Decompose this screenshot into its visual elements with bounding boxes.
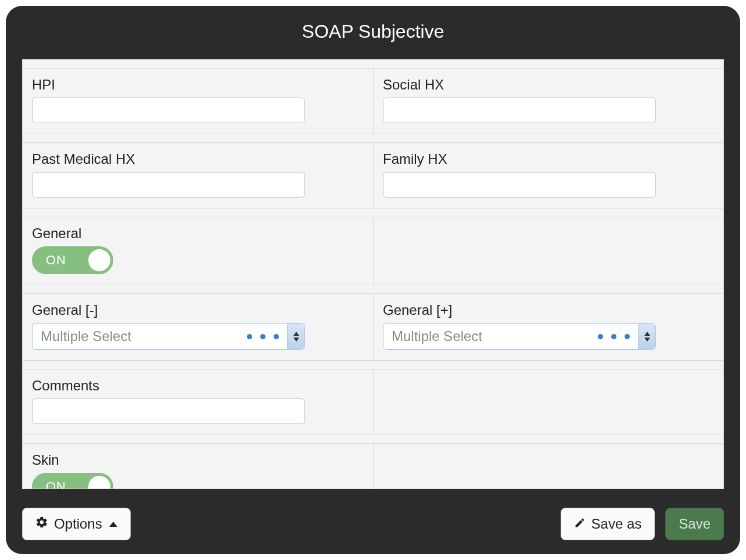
save-as-button[interactable]: Save as xyxy=(561,508,655,540)
input-family-hx[interactable] xyxy=(383,172,656,198)
cell-comments: Comments xyxy=(23,369,373,435)
row-hpi-socialhx: HPI Social HX xyxy=(23,68,723,134)
cell-past-medical-hx: Past Medical HX xyxy=(23,143,373,208)
toggle-skin[interactable]: ON xyxy=(32,473,113,489)
label-general-pos: General [+] xyxy=(383,302,714,318)
input-past-medical-hx[interactable] xyxy=(32,172,305,198)
input-social-hx[interactable] xyxy=(383,98,656,123)
label-hpi: HPI xyxy=(32,77,364,93)
row-general-selects: General [-] Multiple Select xyxy=(23,293,723,361)
label-comments: Comments xyxy=(32,378,364,394)
stepper-icon[interactable] xyxy=(638,324,655,349)
save-as-button-label: Save as xyxy=(591,516,642,532)
cell-general-pos: General [+] Multiple Select xyxy=(373,294,723,360)
window-title: SOAP Subjective xyxy=(302,21,444,42)
cell-empty-3 xyxy=(373,444,723,489)
input-hpi[interactable] xyxy=(32,98,305,123)
save-button-label: Save xyxy=(679,516,711,532)
row-pmhx-familyhx: Past Medical HX Family HX xyxy=(23,142,723,209)
scroll-region[interactable]: HPI Social HX Past Medical HX Family HX xyxy=(23,60,723,489)
label-past-medical-hx: Past Medical HX xyxy=(32,151,364,167)
label-family-hx: Family HX xyxy=(383,151,714,167)
toggle-skin-state: ON xyxy=(46,479,66,489)
caret-up-icon xyxy=(109,522,117,527)
cell-general-neg: General [-] Multiple Select xyxy=(23,294,373,360)
options-button[interactable]: Options xyxy=(22,508,131,540)
toggle-general[interactable]: ON xyxy=(32,246,113,274)
save-button[interactable]: Save xyxy=(665,508,724,540)
options-button-label: Options xyxy=(54,516,102,532)
label-skin: Skin xyxy=(32,452,364,468)
dots-indicator-icon xyxy=(598,334,630,339)
cell-empty-1 xyxy=(373,217,723,285)
content-area: HPI Social HX Past Medical HX Family HX xyxy=(22,59,724,489)
gear-icon xyxy=(35,516,48,532)
cell-hpi: HPI xyxy=(23,69,373,134)
cell-empty-2 xyxy=(373,369,723,435)
row-general-toggle: General ON xyxy=(23,217,723,285)
multiselect-general-neg-placeholder: Multiple Select xyxy=(41,328,131,344)
cell-general-toggle: General ON xyxy=(23,217,373,285)
stepper-icon[interactable] xyxy=(287,324,304,349)
pencil-icon xyxy=(574,516,586,532)
footer-right-buttons: Save as Save xyxy=(561,508,724,540)
toggle-general-state: ON xyxy=(46,253,66,268)
cell-skin-toggle: Skin ON xyxy=(23,444,373,489)
cell-family-hx: Family HX xyxy=(373,143,723,208)
row-comments: Comments xyxy=(23,369,723,435)
titlebar: SOAP Subjective xyxy=(6,6,740,57)
label-general-neg: General [-] xyxy=(32,302,364,318)
input-comments[interactable] xyxy=(32,399,305,424)
row-skin-toggle: Skin ON xyxy=(23,443,723,489)
footer: Options Save as Save xyxy=(22,504,724,544)
label-social-hx: Social HX xyxy=(383,77,714,93)
label-general: General xyxy=(32,225,364,242)
multiselect-general-pos-placeholder: Multiple Select xyxy=(392,328,482,344)
soap-subjective-window: SOAP Subjective HPI Social HX Past Med xyxy=(6,6,740,554)
toggle-knob-icon xyxy=(88,476,110,489)
dots-indicator-icon xyxy=(247,334,279,339)
multiselect-general-pos[interactable]: Multiple Select xyxy=(383,323,656,350)
toggle-knob-icon xyxy=(88,249,110,271)
cell-social-hx: Social HX xyxy=(373,69,723,134)
multiselect-general-neg[interactable]: Multiple Select xyxy=(32,323,305,350)
